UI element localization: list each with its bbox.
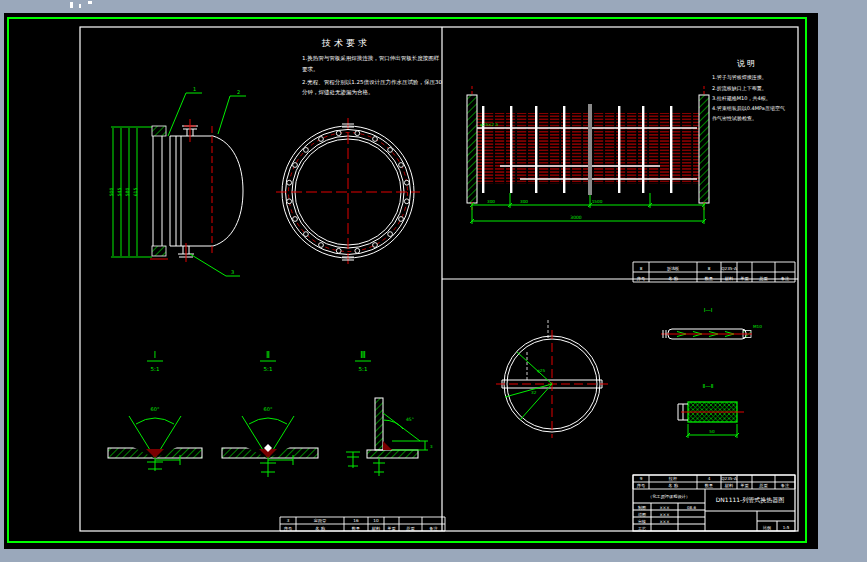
dim-label: 580	[125, 188, 130, 197]
bom-cell: 9	[640, 476, 643, 481]
bom-cell: 总重	[758, 276, 768, 281]
bom-cell: 3	[287, 518, 290, 523]
detail-scale: 5:1	[264, 366, 273, 372]
notes-left-line: 分钟，焊缝处无渗漏为合格。	[302, 89, 374, 96]
detail-numeral: Ⅱ	[266, 351, 270, 360]
detail-numeral: Ⅲ	[360, 351, 366, 360]
notes-left-line: 要求。	[302, 66, 319, 73]
titleblock-row-label: 审核	[638, 519, 646, 524]
bom-cell: 备注	[781, 483, 790, 488]
notes-right-line: 1.管子与管板焊接连接。	[712, 74, 767, 81]
bom-cell: 单重	[740, 483, 749, 488]
notes-right-title: 说明	[737, 59, 757, 68]
detail-scale: 5:1	[359, 366, 368, 372]
bom-cell: 名 称	[668, 483, 679, 488]
weld-angle: 60°	[264, 406, 273, 412]
bom-cell: 名 称	[668, 276, 679, 281]
desktop-artifact	[70, 1, 92, 8]
bom-cell: 总重	[758, 483, 768, 488]
section-label: Ⅱ—Ⅱ	[703, 383, 714, 389]
bom-cell: Q235-A	[721, 476, 737, 481]
bom-cell: 序号	[284, 526, 293, 531]
titleblock-row-date: 08.6	[687, 505, 696, 510]
bom-cell: 备注	[781, 276, 790, 281]
bom-cell: 单重	[740, 276, 749, 281]
bom-cell: 数量	[705, 483, 713, 488]
weld-angle: 60°	[151, 406, 160, 412]
drawing-title: DN1111-列管式换热器图	[716, 496, 785, 504]
notes-right-line: 作气密性试验检查。	[712, 115, 757, 121]
callout-label: 2	[237, 89, 240, 95]
pitch-dim-label: 32	[531, 390, 537, 395]
bom-cell: 拉杆	[668, 476, 677, 481]
flange-gasket-bottom	[152, 246, 166, 256]
callout-label: 3	[231, 269, 234, 275]
cad-canvas[interactable]: 技术要求 1.换热管与管板采用焊接连接，管口伸出管板长度按图样 要求。 2.壳程…	[0, 0, 867, 562]
hole-dim-label: φ25	[537, 368, 545, 373]
bom-cell: 16	[353, 518, 359, 523]
detail-numeral: Ⅰ	[154, 351, 156, 360]
bundle-centerline-bar	[588, 104, 592, 195]
dim-label: 300	[487, 199, 495, 204]
titleblock-row-label: 工艺	[638, 526, 646, 531]
tubesheet-left	[467, 95, 477, 203]
dim-label: 1500	[592, 199, 603, 204]
notes-right-line: 4.管束组装后以0.4MPa压缩空气	[712, 105, 785, 112]
bom-cell: 总重	[405, 526, 415, 531]
bom-cell: 备注	[429, 526, 438, 531]
notes-left-title: 技术要求	[321, 38, 370, 48]
bom-cell: 8	[640, 266, 643, 271]
titleblock-row-label: 描图	[638, 512, 646, 517]
notes-right-line: 3.拉杆规格M10，共4根。	[712, 95, 771, 102]
tubesheet-right	[699, 95, 709, 203]
company-name: （化工原理课程设计）	[648, 494, 690, 499]
weld-angle: 45°	[406, 417, 414, 422]
thread-label: M10	[753, 324, 762, 329]
dim-total-label: 3000	[570, 215, 582, 220]
flange-gasket-top	[152, 126, 166, 136]
dim-label: 300	[520, 199, 528, 204]
notes-left-line: 2.壳程、管程分别以1.25倍设计压力作水压试验，保压30	[302, 79, 442, 86]
bom-cell: 名 称	[315, 526, 326, 531]
bom-cell: 序号	[637, 483, 646, 488]
titleblock-row-name: ×××	[659, 505, 669, 510]
bom-cell: 4	[708, 476, 711, 481]
titleblock-row-name: ×××	[659, 512, 669, 517]
dim-label: 615	[133, 188, 138, 197]
spacer-dim-label: 50	[709, 429, 715, 434]
drawing-sheet[interactable]	[4, 13, 818, 549]
dim-label: 545	[117, 188, 122, 197]
bom-cell: Q235-A	[721, 266, 737, 271]
bom-cell: 数量	[352, 526, 360, 531]
bom-cell: 8	[708, 266, 711, 271]
callout-label: 1	[193, 86, 196, 92]
tube-size-label: φ25×2.5	[480, 122, 499, 127]
bom-cell: 10	[373, 518, 379, 523]
titleblock-row-name: ×××	[659, 519, 669, 524]
bom-cell: 单重	[387, 526, 396, 531]
bom-cell: 序号	[637, 276, 646, 281]
scale-value: 1:5	[783, 525, 790, 530]
notes-right-line: 2.折流板缺口上下布置。	[712, 85, 767, 92]
section-label: Ⅰ—Ⅰ	[704, 307, 713, 313]
dim-label: 500	[109, 188, 114, 197]
bom-cell: 定距管	[314, 518, 327, 523]
bom-cell: 数量	[705, 276, 713, 281]
notes-left-line: 1.换热管与管板采用焊接连接，管口伸出管板长度按图样	[302, 55, 440, 62]
detail-scale: 5:1	[151, 366, 160, 372]
desktop: 技术要求 1.换热管与管板采用焊接连接，管口伸出管板长度按图样 要求。 2.壳程…	[0, 0, 867, 562]
